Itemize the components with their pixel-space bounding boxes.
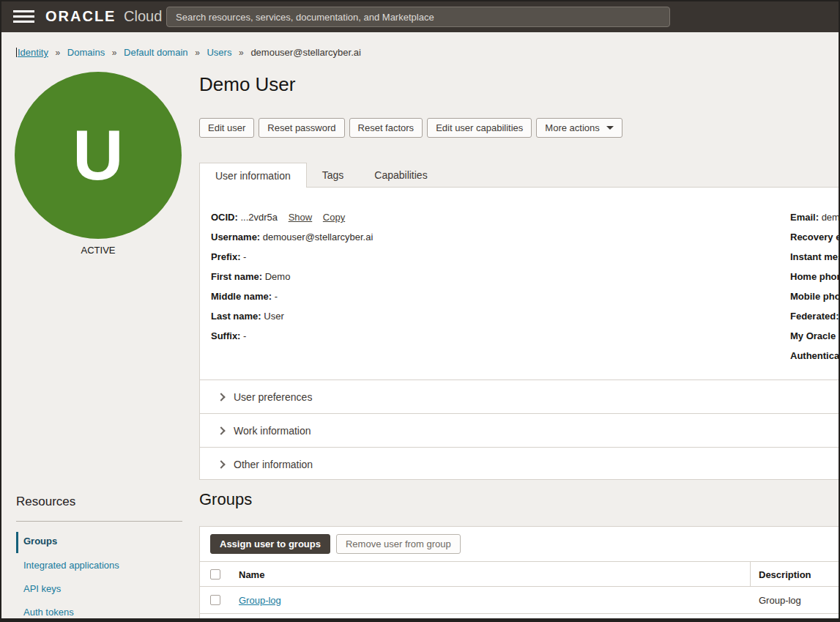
column-header-name: Name (239, 569, 264, 580)
logo-oracle-text: ORACLE (45, 8, 116, 24)
breadcrumb-separator: » (56, 48, 61, 58)
breadcrumb-current: demouser@stellarcyber.ai (250, 47, 360, 58)
field-label: OCID: (211, 212, 238, 223)
group-description: Group-log (759, 595, 801, 606)
field-instant-messaging: Instant mes (790, 251, 840, 262)
field-label: Instant mes (790, 251, 840, 262)
oracle-cloud-console-window: ORACLE Cloud Identity » Domains » Defaul… (0, 0, 840, 622)
field-home-phone: Home phon (790, 271, 840, 282)
column-divider (750, 562, 751, 586)
groups-panel: Assign user to groups Remove user from g… (199, 526, 840, 622)
logo-cloud-text: Cloud (124, 8, 162, 24)
user-information-panel: OCID: ...2vdr5a Show Copy Username: demo… (199, 187, 840, 480)
field-label: Recovery e (790, 232, 840, 242)
show-ocid-link[interactable]: Show (289, 212, 313, 223)
section-other-information[interactable]: Other information (200, 447, 840, 481)
field-label: Middle name: (211, 291, 272, 302)
avatar-initial: U (73, 120, 123, 190)
field-label: Last name: (211, 311, 261, 322)
status-badge: ACTIVE (15, 245, 182, 256)
field-label: Email: (790, 212, 819, 223)
tab-capabilities[interactable]: Capabilities (359, 163, 442, 188)
select-all-checkbox[interactable] (210, 569, 220, 580)
field-middle-name: Middle name: - (211, 291, 278, 302)
assign-user-to-groups-button[interactable]: Assign user to groups (210, 534, 330, 554)
reset-password-button[interactable]: Reset password (259, 118, 344, 138)
field-my-oracle-support: My Oracle (790, 330, 836, 341)
field-suffix: Suffix: - (211, 330, 246, 341)
field-label: Mobile pho (790, 291, 840, 302)
field-federated: Federated: (790, 311, 839, 322)
more-actions-button[interactable]: More actions (536, 118, 622, 138)
field-mobile-phone: Mobile pho (790, 291, 840, 302)
top-navigation-bar: ORACLE Cloud (1, 1, 839, 32)
field-last-name: Last name: User (211, 311, 284, 322)
field-value: demouser@stellarcyber.ai (263, 232, 373, 242)
sidebar-item-groups[interactable]: Groups (23, 536, 57, 547)
field-value: - (275, 291, 278, 302)
group-name-link[interactable]: Group-log (239, 595, 281, 606)
field-value: Demo (265, 271, 291, 282)
groups-toolbar: Assign user to groups Remove user from g… (210, 534, 461, 554)
breadcrumb-link-default-domain[interactable]: Default domain (124, 47, 187, 58)
section-work-information[interactable]: Work information (200, 413, 840, 447)
sidebar-item-integrated-applications[interactable]: Integrated applications (23, 560, 119, 571)
field-email: Email: dem (790, 212, 840, 223)
sidebar-item-api-keys[interactable]: API keys (23, 583, 61, 594)
breadcrumb-separator: » (239, 48, 244, 58)
chevron-down-icon (606, 126, 614, 130)
chevron-right-icon (217, 393, 225, 401)
user-avatar: U (15, 72, 182, 239)
field-label: Prefix: (211, 251, 240, 262)
tab-tags[interactable]: Tags (307, 163, 360, 188)
field-value: - (243, 251, 246, 262)
groups-section-title: Groups (199, 490, 252, 509)
field-value: User (264, 311, 283, 322)
reset-factors-button[interactable]: Reset factors (349, 118, 423, 138)
section-label: Other information (234, 459, 313, 470)
edit-user-button[interactable]: Edit user (199, 118, 254, 138)
field-value: ...2vdr5a (240, 212, 278, 223)
edit-user-capabilities-button[interactable]: Edit user capabilities (427, 118, 532, 138)
field-value: dem (822, 212, 840, 223)
more-actions-label: More actions (545, 122, 599, 133)
oracle-cloud-logo[interactable]: ORACLE Cloud (45, 8, 162, 25)
hamburger-menu-icon[interactable] (13, 10, 34, 23)
field-authentication: Authentica (790, 350, 839, 361)
field-prefix: Prefix: - (211, 251, 246, 262)
breadcrumb-separator: » (112, 48, 117, 58)
section-label: Work information (234, 425, 311, 437)
active-item-indicator (16, 532, 18, 553)
breadcrumb-link-identity[interactable]: Identity (18, 47, 48, 58)
remove-user-from-group-button[interactable]: Remove user from group (336, 534, 461, 554)
field-label: First name: (211, 271, 262, 282)
field-first-name: First name: Demo (211, 271, 290, 282)
field-label: My Oracle (790, 330, 836, 341)
resources-heading: Resources (16, 495, 75, 509)
tab-user-information[interactable]: User information (199, 163, 307, 188)
table-row: Group-log Group-log (200, 587, 840, 614)
section-user-preferences[interactable]: User preferences (200, 380, 840, 413)
global-search-input[interactable] (166, 7, 670, 27)
sidebar-item-auth-tokens[interactable]: Auth tokens (23, 607, 74, 618)
row-select-checkbox[interactable] (210, 595, 220, 605)
section-label: User preferences (234, 391, 312, 403)
detail-tabs: User information Tags Capabilities (199, 163, 443, 188)
column-header-description: Description (759, 569, 811, 580)
page-title: Demo User (199, 73, 295, 96)
groups-table-header: Name Description (200, 561, 840, 587)
field-label: Home phon (790, 271, 840, 282)
field-label: Authentica (790, 350, 839, 361)
field-value: - (243, 330, 246, 341)
breadcrumb-separator: » (195, 48, 200, 58)
chevron-right-icon (217, 426, 225, 434)
action-button-row: Edit user Reset password Reset factors E… (199, 118, 622, 138)
copy-ocid-link[interactable]: Copy (323, 212, 345, 223)
field-ocid: OCID: ...2vdr5a Show Copy (211, 212, 345, 223)
breadcrumb-link-users[interactable]: Users (207, 47, 231, 58)
chevron-right-icon (217, 460, 225, 468)
breadcrumb-link-domains[interactable]: Domains (67, 47, 105, 58)
field-label: Suffix: (211, 330, 240, 341)
field-recovery-email: Recovery e (790, 232, 840, 242)
resources-divider (16, 521, 182, 522)
